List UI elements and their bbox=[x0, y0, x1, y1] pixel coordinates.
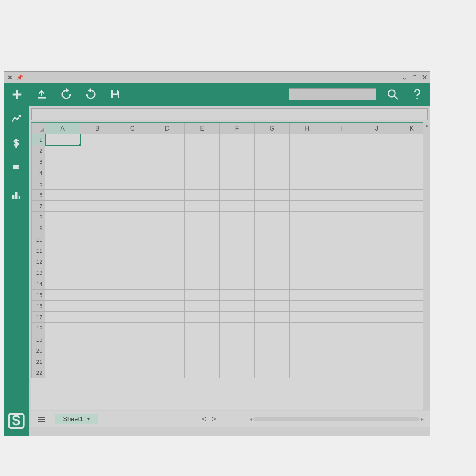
cell[interactable] bbox=[80, 234, 115, 245]
horizontal-scrollbar[interactable]: ◂ ▸ bbox=[250, 417, 424, 422]
cell[interactable] bbox=[394, 212, 423, 223]
cell[interactable] bbox=[255, 356, 290, 367]
search-icon[interactable] bbox=[385, 86, 401, 102]
cell[interactable] bbox=[45, 278, 80, 290]
cell[interactable] bbox=[115, 278, 150, 290]
cell[interactable] bbox=[80, 367, 115, 378]
cell[interactable] bbox=[45, 323, 80, 334]
cell[interactable] bbox=[359, 312, 394, 323]
cell[interactable] bbox=[185, 301, 220, 312]
app-menu-icon[interactable]: ✕ bbox=[7, 74, 13, 81]
cell[interactable] bbox=[394, 356, 423, 367]
cell[interactable] bbox=[150, 278, 185, 290]
cell[interactable] bbox=[45, 212, 80, 223]
cell[interactable] bbox=[150, 190, 185, 201]
cell[interactable] bbox=[220, 145, 255, 156]
cell[interactable] bbox=[290, 323, 324, 334]
cell[interactable] bbox=[185, 256, 220, 267]
cell[interactable] bbox=[220, 334, 255, 345]
cell[interactable] bbox=[290, 345, 324, 356]
cell[interactable] bbox=[394, 223, 423, 234]
scroll-up-icon[interactable]: ▴ bbox=[423, 122, 430, 129]
cell[interactable] bbox=[394, 156, 423, 167]
cell[interactable] bbox=[80, 290, 115, 301]
cell[interactable] bbox=[359, 178, 394, 190]
cell[interactable] bbox=[150, 134, 185, 145]
cell[interactable] bbox=[185, 334, 220, 345]
cell[interactable] bbox=[80, 134, 115, 145]
cell[interactable] bbox=[255, 134, 290, 145]
cell[interactable] bbox=[324, 167, 359, 178]
cell[interactable] bbox=[185, 223, 220, 234]
row-header[interactable]: 16 bbox=[32, 301, 45, 312]
cell[interactable] bbox=[150, 223, 185, 234]
row-header[interactable]: 13 bbox=[32, 267, 45, 278]
cell[interactable] bbox=[45, 312, 80, 323]
cell[interactable] bbox=[290, 290, 324, 301]
cell[interactable] bbox=[359, 234, 394, 245]
cell[interactable] bbox=[80, 301, 115, 312]
cell[interactable] bbox=[150, 256, 185, 267]
cell[interactable] bbox=[80, 156, 115, 167]
cell[interactable] bbox=[290, 334, 324, 345]
cell[interactable] bbox=[359, 323, 394, 334]
cell[interactable] bbox=[359, 145, 394, 156]
cell[interactable] bbox=[394, 201, 423, 212]
cell[interactable] bbox=[255, 334, 290, 345]
cell[interactable] bbox=[80, 345, 115, 356]
cell[interactable] bbox=[45, 234, 80, 245]
row-header[interactable]: 20 bbox=[32, 345, 45, 356]
cell[interactable] bbox=[150, 178, 185, 190]
cell[interactable] bbox=[359, 156, 394, 167]
cell[interactable] bbox=[255, 167, 290, 178]
cell[interactable] bbox=[394, 367, 423, 378]
cell[interactable] bbox=[150, 156, 185, 167]
cell[interactable] bbox=[324, 178, 359, 190]
cell[interactable] bbox=[220, 356, 255, 367]
cell[interactable] bbox=[115, 212, 150, 223]
sheet-menu-icon[interactable] bbox=[38, 415, 46, 424]
cell[interactable] bbox=[45, 301, 80, 312]
cell[interactable] bbox=[255, 223, 290, 234]
cell[interactable] bbox=[324, 156, 359, 167]
cell[interactable] bbox=[359, 267, 394, 278]
cell[interactable] bbox=[185, 367, 220, 378]
cell[interactable] bbox=[45, 256, 80, 267]
cell[interactable] bbox=[185, 356, 220, 367]
cell[interactable] bbox=[220, 290, 255, 301]
cell[interactable] bbox=[115, 201, 150, 212]
cell[interactable] bbox=[45, 245, 80, 256]
redo-button[interactable] bbox=[83, 86, 99, 102]
column-header[interactable]: K bbox=[394, 123, 423, 134]
cell[interactable] bbox=[255, 190, 290, 201]
cell[interactable] bbox=[359, 223, 394, 234]
cell[interactable] bbox=[80, 201, 115, 212]
pin-icon[interactable]: 📌 bbox=[16, 74, 23, 81]
cell[interactable] bbox=[290, 234, 324, 245]
cell[interactable] bbox=[185, 190, 220, 201]
scroll-left-icon[interactable]: ◂ bbox=[250, 416, 252, 422]
cell[interactable] bbox=[394, 334, 423, 345]
cell[interactable] bbox=[80, 323, 115, 334]
cell[interactable] bbox=[359, 290, 394, 301]
cell[interactable] bbox=[324, 301, 359, 312]
cell[interactable] bbox=[290, 156, 324, 167]
more-options-icon[interactable]: ⋮ bbox=[230, 415, 238, 424]
cell[interactable] bbox=[150, 334, 185, 345]
cell[interactable] bbox=[255, 245, 290, 256]
row-header[interactable]: 11 bbox=[32, 245, 45, 256]
cell[interactable] bbox=[115, 190, 150, 201]
cell[interactable] bbox=[150, 345, 185, 356]
row-header[interactable]: 15 bbox=[32, 290, 45, 301]
cell[interactable] bbox=[185, 234, 220, 245]
cell[interactable] bbox=[80, 245, 115, 256]
cell[interactable] bbox=[290, 201, 324, 212]
cell[interactable] bbox=[80, 256, 115, 267]
cell[interactable] bbox=[45, 167, 80, 178]
cell[interactable] bbox=[255, 178, 290, 190]
cell[interactable] bbox=[220, 367, 255, 378]
column-header[interactable]: E bbox=[185, 123, 220, 134]
cell[interactable] bbox=[290, 356, 324, 367]
cell[interactable] bbox=[324, 234, 359, 245]
cell[interactable] bbox=[324, 223, 359, 234]
